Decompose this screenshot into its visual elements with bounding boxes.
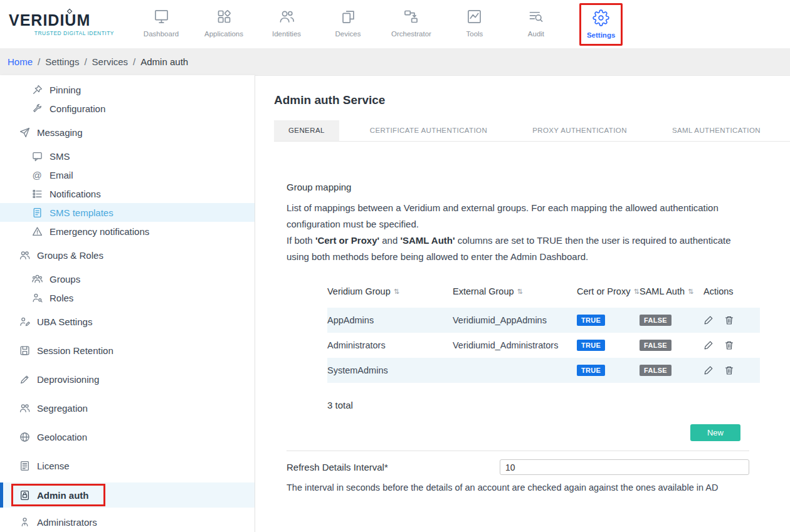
refresh-interval-label: Refresh Details Interval* — [287, 459, 388, 472]
sidebar-item-admin-auth[interactable]: Admin auth — [0, 482, 255, 508]
new-button[interactable]: New — [690, 424, 740, 441]
nav-label: Audit — [528, 30, 544, 38]
lock-icon — [19, 489, 30, 501]
save-icon — [19, 345, 30, 356]
sidebar-item-label: SMS — [50, 151, 70, 162]
logo-tagline: TRUSTED DIGITAL IDENTITY — [9, 30, 114, 36]
description-line-2: If both 'Cert or Proxy' and 'SAML Auth' … — [287, 232, 749, 265]
sidebar-item-uba-settings[interactable]: UBA Settings — [0, 312, 255, 331]
refresh-interval-input[interactable] — [500, 459, 749, 475]
cell-cert-or-proxy: TRUE — [577, 315, 640, 326]
globe-icon — [19, 431, 30, 442]
edit-pencil-icon[interactable] — [703, 365, 714, 375]
cell-actions — [703, 340, 760, 350]
breadcrumb-separator: / — [133, 56, 135, 67]
group-mapping-section: Group mapping List of mappings between a… — [274, 142, 749, 494]
sidebar-item-notifications[interactable]: Notifications — [0, 184, 255, 203]
nav-item-dashboard[interactable]: Dashboard — [143, 3, 179, 38]
sidebar-item-roles[interactable]: Roles — [0, 288, 255, 307]
nav-item-devices[interactable]: Devices — [330, 3, 366, 38]
column-header-veridium-group[interactable]: Veridium Group⇅ — [327, 286, 453, 296]
column-header-cert-or-proxy[interactable]: Cert or Proxy⇅ — [577, 286, 640, 296]
status-badge-true: TRUE — [577, 365, 605, 376]
section-divider — [287, 451, 749, 451]
column-header-label: Actions — [703, 286, 734, 296]
column-header-label: External Group — [453, 286, 514, 296]
top-header: VERIDIUM TRUSTED DIGITAL IDENTITY Dashbo… — [0, 0, 790, 48]
sidebar-item-label: Session Retention — [37, 345, 113, 356]
sidebar-item-segregation[interactable]: Segregation — [0, 399, 255, 417]
sidebar-item-emergency-notifications[interactable]: Emergency notifications — [0, 222, 255, 241]
nav-item-applications[interactable]: Applications — [204, 3, 243, 38]
breadcrumb-home[interactable]: Home — [8, 56, 33, 67]
desc-bold-cert-or-proxy: 'Cert or Proxy' — [315, 235, 379, 246]
sidebar-item-pinning[interactable]: Pinning — [0, 80, 255, 99]
nav-item-identities[interactable]: Identities — [268, 3, 305, 38]
nav-label: Dashboard — [144, 30, 179, 38]
desc-text: If both — [287, 235, 315, 246]
sidebar-item-license[interactable]: License — [0, 456, 255, 475]
nav-item-orchestrator[interactable]: Orchestrator — [391, 3, 431, 38]
table-row: AppAdmins Veridiumid_AppAdmins TRUE FALS… — [327, 308, 760, 333]
column-header-external-group[interactable]: External Group⇅ — [453, 286, 577, 296]
breadcrumb-services[interactable]: Services — [92, 56, 129, 67]
license-document-icon — [19, 460, 30, 471]
tab-general[interactable]: GENERAL — [274, 120, 339, 141]
sidebar-item-label: UBA Settings — [37, 316, 92, 327]
sort-icon: ⇅ — [633, 288, 639, 296]
broom-icon — [19, 373, 30, 385]
warning-triangle-icon — [31, 226, 43, 237]
column-header-label: Cert or Proxy — [577, 286, 630, 296]
group-mapping-description: List of mappings between a Veridium and … — [287, 200, 749, 265]
cell-external-group: Veridiumid_AppAdmins — [453, 315, 577, 325]
sidebar-item-configuration[interactable]: Configuration — [0, 99, 255, 118]
logo-name: VERIDIUM — [9, 13, 114, 28]
sidebar-item-label: Configuration — [50, 103, 105, 114]
delete-trash-icon[interactable] — [724, 315, 734, 325]
cell-saml-auth: FALSE — [640, 365, 703, 376]
sidebar-item-deprovisioning[interactable]: Deprovisioning — [0, 370, 255, 389]
sidebar-item-messaging[interactable]: Messaging — [0, 123, 255, 142]
cell-actions — [703, 365, 760, 375]
table-row: Administrators Veridiumid_Administrators… — [327, 333, 760, 358]
sidebar-item-label: Messaging — [37, 127, 83, 138]
breadcrumb-settings[interactable]: Settings — [45, 56, 79, 67]
tab-proxy-authentication[interactable]: PROXY AUTHENTICATION — [518, 120, 641, 141]
two-people-icon — [19, 249, 30, 261]
cell-veridium-group: AppAdmins — [327, 315, 453, 325]
sidebar-item-label: License — [37, 461, 70, 471]
sidebar-item-groups[interactable]: Groups — [0, 269, 255, 288]
sidebar-item-session-retention[interactable]: Session Retention — [0, 341, 255, 360]
edit-pencil-icon[interactable] — [703, 315, 714, 325]
column-header-saml-auth[interactable]: SAML Auth⇅ — [640, 286, 703, 296]
nav-label: Identities — [272, 30, 301, 38]
edit-pencil-icon[interactable] — [703, 340, 714, 350]
sidebar-item-groups-roles[interactable]: Groups & Roles — [0, 246, 255, 264]
nav-item-audit[interactable]: Audit — [518, 3, 554, 38]
sms-icon — [31, 150, 43, 162]
sidebar-item-label: Administrators — [37, 517, 97, 528]
devices-icon — [340, 8, 357, 25]
nav-label: Settings — [587, 31, 615, 39]
sidebar-item-administrators[interactable]: Administrators — [0, 513, 255, 531]
wrench-icon — [31, 103, 43, 114]
sidebar-item-geolocation[interactable]: Geolocation — [0, 427, 255, 446]
sort-icon: ⇅ — [394, 288, 399, 296]
refresh-interval-help-text: The interval in seconds before the detai… — [287, 481, 749, 494]
delete-trash-icon[interactable] — [724, 365, 734, 375]
orchestrator-icon — [403, 8, 419, 25]
tab-certificate-authentication[interactable]: CERTIFICATE AUTHENTICATION — [356, 120, 502, 141]
tab-saml-authentication[interactable]: SAML AUTHENTICATION — [658, 120, 775, 141]
person-pencil-icon — [19, 316, 30, 327]
sidebar-item-label: Email — [50, 170, 73, 180]
nav-label: Tools — [466, 30, 483, 38]
settings-sidebar: Pinning Configuration Messaging SMS @ Em… — [0, 75, 255, 532]
delete-trash-icon[interactable] — [724, 340, 734, 350]
document-icon — [31, 207, 43, 218]
sidebar-item-sms[interactable]: SMS — [0, 147, 255, 165]
sidebar-item-email[interactable]: @ Email — [0, 165, 255, 184]
nav-item-tools[interactable]: Tools — [456, 3, 493, 38]
nav-item-settings[interactable]: Settings — [579, 3, 623, 46]
sidebar-item-sms-templates[interactable]: SMS templates — [0, 203, 255, 222]
sidebar-item-label: Segregation — [37, 403, 88, 414]
